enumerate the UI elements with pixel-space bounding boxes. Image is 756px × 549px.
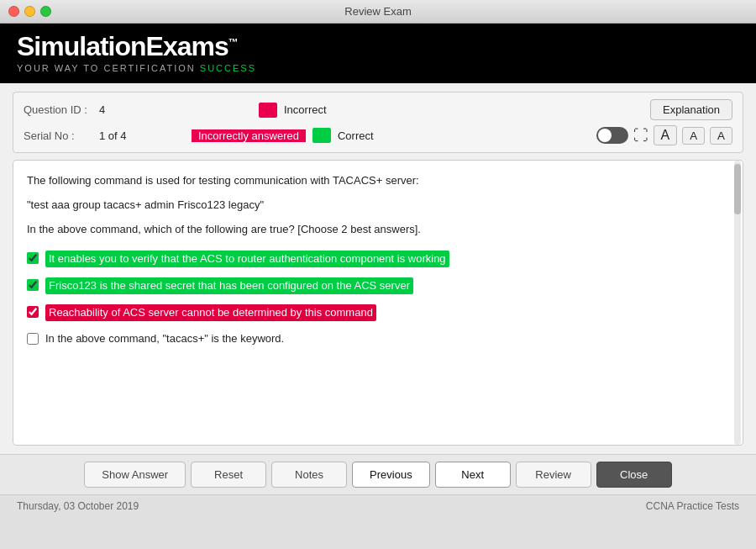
title-bar: Review Exam — [0, 0, 756, 24]
question-id-label: Question ID : — [24, 103, 91, 116]
info-panel: Question ID : 4 Incorrect Explanation Se… — [13, 92, 743, 153]
option-2-checkbox[interactable] — [27, 279, 39, 291]
font-large-btn[interactable]: A — [710, 127, 732, 145]
correct-label: Correct — [338, 129, 388, 142]
font-medium-btn[interactable]: A — [682, 127, 705, 145]
footer-app: CCNA Practice Tests — [646, 500, 739, 512]
bottom-bar: Show Answer Reset Notes Previous Next Re… — [0, 454, 756, 494]
info-row-2: Serial No : 1 of 4 Incorrectly answered … — [24, 125, 732, 145]
reset-button[interactable]: Reset — [191, 462, 266, 488]
window-title: Review Exam — [344, 5, 411, 18]
option-4-checkbox[interactable] — [27, 333, 39, 345]
serial-no-label: Serial No : — [24, 129, 91, 142]
close-window-btn[interactable] — [8, 6, 19, 17]
incorrect-label: Incorrect — [284, 103, 334, 116]
font-small-btn[interactable]: A — [654, 125, 678, 145]
notes-button[interactable]: Notes — [271, 462, 347, 488]
expand-icon[interactable]: ⛶ — [633, 127, 648, 145]
option-3-checkbox[interactable] — [27, 306, 39, 318]
next-button[interactable]: Next — [435, 462, 511, 488]
footer: Thursday, 03 October 2019 CCNA Practice … — [0, 494, 756, 517]
right-controls: ⛶ A A A — [596, 125, 732, 145]
footer-date: Thursday, 03 October 2019 — [17, 500, 139, 512]
show-answer-button[interactable]: Show Answer — [84, 462, 186, 488]
question-id-value: 4 — [99, 103, 150, 116]
option-1-text: It enables you to verify that the ACS to… — [45, 251, 449, 267]
scrollbar-track[interactable] — [734, 161, 741, 445]
scrollbar-thumb[interactable] — [734, 164, 741, 214]
option-4-text: In the above command, "tacacs+" is the k… — [45, 331, 284, 346]
answer-option-2: Frisco123 is the shared secret that has … — [27, 277, 729, 294]
header-banner: SimulationExams™ YOUR WAY TO CERTIFICATI… — [0, 24, 756, 83]
question-text-2: "test aaa group tacacs+ admin Frisco123 … — [27, 197, 729, 214]
incorrect-color-indicator — [259, 103, 277, 118]
explanation-button[interactable]: Explanation — [650, 99, 732, 120]
logo: SimulationExams™ — [17, 32, 238, 61]
tagline: YOUR WAY TO CERTIFICATION SUCCESS — [17, 63, 256, 73]
info-row-1: Question ID : 4 Incorrect Explanation — [24, 99, 732, 120]
question-text-1: The following command is used for testin… — [27, 172, 729, 190]
option-3-text: Reachability of ACS server cannot be det… — [45, 304, 376, 321]
answer-option-3: Reachability of ACS server cannot be det… — [27, 304, 729, 321]
close-button[interactable]: Close — [596, 462, 672, 488]
serial-no-value: 1 of 4 — [99, 129, 150, 142]
correct-color-indicator — [312, 128, 331, 143]
option-1-checkbox[interactable] — [27, 252, 39, 264]
question-panel: The following command is used for testin… — [13, 160, 743, 446]
review-button[interactable]: Review — [516, 462, 591, 488]
dark-mode-toggle[interactable] — [596, 127, 628, 144]
minimize-window-btn[interactable] — [24, 6, 35, 17]
incorrectly-answered-badge: Incorrectly answered — [192, 129, 306, 142]
answer-option-1: It enables you to verify that the ACS to… — [27, 251, 729, 267]
previous-button[interactable]: Previous — [352, 462, 430, 488]
answer-option-4: In the above command, "tacacs+" is the k… — [27, 331, 729, 346]
option-2-text: Frisco123 is the shared secret that has … — [45, 277, 413, 294]
maximize-window-btn[interactable] — [40, 6, 51, 17]
question-text-3: In the above command, which of the follo… — [27, 221, 729, 239]
window-controls — [8, 6, 51, 17]
main-container: Question ID : 4 Incorrect Explanation Se… — [0, 83, 756, 454]
answer-options: It enables you to verify that the ACS to… — [27, 251, 729, 347]
